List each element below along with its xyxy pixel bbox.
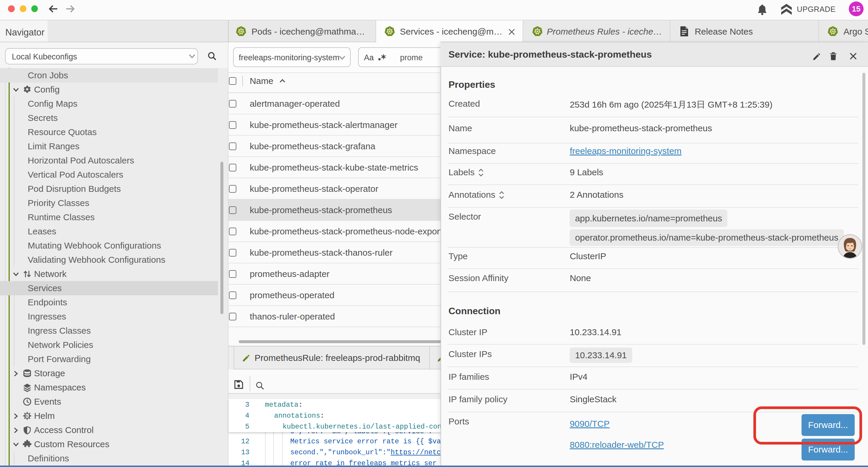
svg-text:HELM: HELM [24,414,31,417]
